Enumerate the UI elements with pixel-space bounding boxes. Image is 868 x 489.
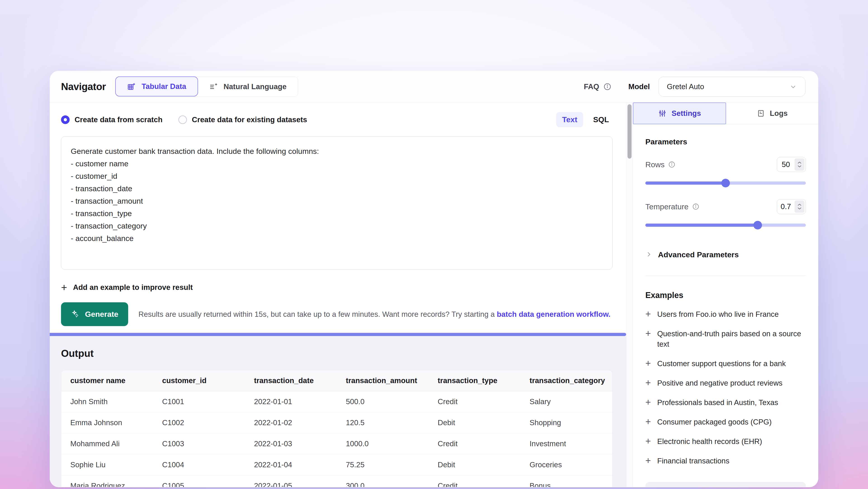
logs-icon xyxy=(757,109,765,117)
column-header: customer_id xyxy=(153,370,245,391)
rows-label: Rows xyxy=(645,160,664,169)
radio-create-for-existing[interactable]: Create data for existing datasets xyxy=(178,115,307,124)
plus-icon: + xyxy=(645,397,651,408)
temperature-input[interactable]: 0.7 xyxy=(777,199,806,214)
faq-label: FAQ xyxy=(584,82,599,91)
batch-workflow-link[interactable]: batch data generation workflow. xyxy=(497,310,611,318)
example-item[interactable]: + Question-and-truth pairs based on a so… xyxy=(645,328,806,349)
radio-unselected-icon xyxy=(178,115,187,124)
rows-info-icon[interactable] xyxy=(668,161,675,168)
column-header: transaction_date xyxy=(245,370,337,391)
rows-value: 50 xyxy=(777,160,795,169)
output-section: Output customer name customer_id transac… xyxy=(50,336,626,487)
tab-tabular-data-label: Tabular Data xyxy=(142,82,186,91)
plus-icon: + xyxy=(645,417,651,427)
rows-stepper[interactable] xyxy=(795,159,804,171)
advanced-parameters-toggle[interactable]: Advanced Parameters xyxy=(645,250,806,259)
scrollbar-thumb[interactable] xyxy=(627,104,631,159)
header-right: FAQ Model Gretel Auto xyxy=(584,77,805,97)
example-item[interactable]: + Customer support questions for a bank xyxy=(645,358,806,369)
page-title: Navigator xyxy=(61,81,106,92)
radio-create-from-scratch-label: Create data from scratch xyxy=(74,115,162,124)
model-select[interactable]: Gretel Auto xyxy=(658,77,805,97)
tab-settings-label: Settings xyxy=(672,109,701,118)
prompt-textarea[interactable]: Generate customer bank transaction data.… xyxy=(61,136,613,270)
rows-input[interactable]: 50 xyxy=(777,157,806,172)
format-text-option[interactable]: Text xyxy=(556,112,583,127)
temperature-slider-thumb[interactable] xyxy=(753,221,762,229)
tab-logs-label: Logs xyxy=(770,109,788,118)
plus-icon: + xyxy=(645,328,651,349)
column-header: transaction_type xyxy=(429,370,520,391)
parameters-title: Parameters xyxy=(645,137,806,146)
table-row: Maria RodriguezC10052022-01-05300.0Credi… xyxy=(61,476,612,487)
temperature-info-icon[interactable] xyxy=(692,203,700,210)
tab-natural-language-label: Natural Language xyxy=(223,82,287,91)
plus-icon: + xyxy=(645,436,651,447)
temperature-label: Temperature xyxy=(645,202,688,211)
faq-link[interactable]: FAQ xyxy=(584,82,612,91)
example-item[interactable]: + Users from Foo.io who live in France xyxy=(645,309,806,319)
radio-create-from-scratch[interactable]: Create data from scratch xyxy=(61,115,162,124)
example-item[interactable]: + Financial transactions xyxy=(645,456,806,466)
table-row: Emma JohnsonC10022022-01-02120.5DebitSho… xyxy=(61,412,612,433)
output-title: Output xyxy=(61,348,615,359)
temperature-value: 0.7 xyxy=(777,202,795,211)
tab-tabular-data[interactable]: Tabular Data xyxy=(115,77,198,96)
column-header: customer name xyxy=(61,370,153,391)
plus-icon: + xyxy=(645,456,651,466)
table-row: Mohammed AliC10032022-01-031000.0CreditI… xyxy=(61,433,612,454)
format-toggle: Text SQL xyxy=(556,112,609,127)
rows-slider[interactable] xyxy=(645,179,806,188)
generate-label: Generate xyxy=(85,310,118,319)
natural-language-icon xyxy=(209,82,218,91)
model-select-value: Gretel Auto xyxy=(667,82,704,91)
add-example-label: Add an example to improve result xyxy=(73,283,193,292)
add-example-button[interactable]: + Add an example to improve result xyxy=(61,283,615,292)
radio-create-for-existing-label: Create data for existing datasets xyxy=(192,115,307,124)
radio-selected-icon xyxy=(61,115,70,124)
output-table: customer name customer_id transaction_da… xyxy=(61,370,613,487)
main-panel: Create data from scratch Create data for… xyxy=(50,103,626,487)
model-label: Model xyxy=(628,82,650,91)
plus-icon: + xyxy=(645,378,651,388)
example-item[interactable]: + Consumer packaged goods (CPG) xyxy=(645,417,806,427)
info-icon xyxy=(603,83,612,91)
table-header-row: customer name customer_id transaction_da… xyxy=(61,370,612,391)
table-row: John SmithC10012022-01-01500.0CreditSala… xyxy=(61,391,612,412)
plus-icon: + xyxy=(61,283,67,292)
prompt-section: Create data from scratch Create data for… xyxy=(50,103,626,333)
section-divider xyxy=(50,333,626,336)
example-item[interactable]: + Professionals based in Austin, Texas xyxy=(645,397,806,408)
column-header: transaction_amount xyxy=(337,370,429,391)
sliders-icon xyxy=(658,109,666,118)
temperature-slider[interactable] xyxy=(645,221,806,229)
ai-disclaimer: This AI system may not always produce ac… xyxy=(645,482,806,487)
generate-button[interactable]: Generate xyxy=(61,302,128,326)
rows-slider-thumb[interactable] xyxy=(721,179,730,188)
advanced-parameters-label: Advanced Parameters xyxy=(658,250,739,259)
navigator-app-card: Navigator Tabular Data xyxy=(50,71,818,487)
generate-status-text: Results are usually returned within 15s,… xyxy=(138,310,610,319)
plus-icon: + xyxy=(645,358,651,369)
tab-settings[interactable]: Settings xyxy=(633,103,726,124)
example-item[interactable]: + Electronic health records (EHR) xyxy=(645,436,806,447)
app-header: Navigator Tabular Data xyxy=(50,71,818,103)
format-sql-option[interactable]: SQL xyxy=(593,115,609,124)
scrollbar-track xyxy=(626,103,633,487)
generate-sparkle-icon xyxy=(71,310,80,319)
examples-title: Examples xyxy=(645,291,806,300)
chevron-down-icon xyxy=(789,83,797,90)
tab-logs[interactable]: Logs xyxy=(726,103,818,124)
tabular-data-icon xyxy=(127,82,136,91)
table-row: Sophie LiuC10042022-01-0475.25DebitGroce… xyxy=(61,454,612,476)
chevron-right-icon xyxy=(645,251,652,259)
column-header: transaction_category xyxy=(521,370,612,391)
plus-icon: + xyxy=(645,309,651,319)
settings-sidebar: Settings Logs Parameters Rows xyxy=(633,103,818,487)
temperature-stepper[interactable] xyxy=(795,200,804,213)
example-item[interactable]: + Positive and negative product reviews xyxy=(645,378,806,388)
tab-natural-language[interactable]: Natural Language xyxy=(198,77,298,97)
data-mode-tabs: Tabular Data Natural Language xyxy=(115,77,298,97)
